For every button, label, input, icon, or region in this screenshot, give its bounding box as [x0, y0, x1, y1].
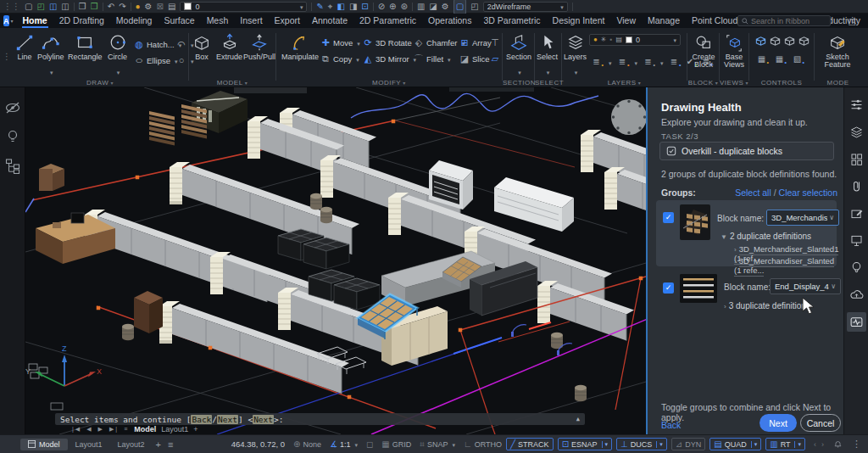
tab-insert[interactable]: Insert [234, 14, 268, 28]
next-tab-icon[interactable]: ▶ [98, 426, 104, 433]
render-mode-icon[interactable]: ⊛ [401, 0, 408, 14]
ducs-toggle[interactable]: ⊥DUCS ▾ [616, 438, 667, 450]
expand-duplicates[interactable]: ›3 duplicate definitions [724, 301, 810, 310]
tab-export[interactable]: Export [269, 14, 306, 28]
strack-toggle[interactable]: ╱STRACK [506, 438, 554, 450]
chevron-down-icon[interactable] [633, 53, 638, 69]
chevron-down-icon[interactable] [607, 53, 612, 69]
text-tool-button[interactable]: ⊤ [490, 36, 500, 49]
cloud-upload-icon[interactable] [847, 285, 866, 305]
next-button[interactable]: Next [760, 414, 797, 432]
app-logo[interactable]: A [3, 15, 9, 26]
group-label-model[interactable]: MODEL [189, 79, 275, 87]
properties-sliders-icon[interactable] [847, 95, 866, 115]
chevron-down-icon[interactable] [48, 63, 53, 78]
tour-balloon-icon[interactable] [847, 258, 866, 277]
visual-style-active-icon[interactable]: ▢ [453, 0, 466, 14]
line-button[interactable]: Line [15, 33, 34, 61]
slice-button[interactable]: ◪Slice [459, 53, 492, 65]
first-tab-icon[interactable]: |◀ [72, 426, 81, 433]
statusbar-tab-model[interactable]: Model [20, 439, 68, 450]
render-materials-icon[interactable] [847, 204, 866, 223]
ribbon-search-box[interactable] [737, 15, 831, 26]
tab-surface[interactable]: Surface [158, 14, 200, 28]
layers-panel-icon[interactable] [847, 122, 866, 142]
chevron-down-icon[interactable] [446, 54, 451, 64]
create-block-button[interactable]: Create Block [689, 33, 718, 69]
scroll-left-icon[interactable]: ‹ [814, 440, 816, 449]
control-grid-icon[interactable]: ▦• [756, 54, 767, 64]
materials-icon[interactable]: ◪ [429, 0, 437, 14]
sketch-feature-button[interactable]: Sketch Feature [821, 33, 854, 69]
notifications-bell-icon[interactable] [832, 439, 843, 450]
round-column[interactable] [611, 99, 646, 135]
tab-point-cloud[interactable]: Point Cloud [686, 14, 743, 28]
add-layout-icon[interactable]: + [156, 439, 161, 450]
select-all-link[interactable]: Select all [735, 187, 771, 198]
barrel[interactable] [575, 385, 587, 401]
control-cube-icon[interactable] [798, 35, 810, 48]
control-snap-icon[interactable]: ▦• [774, 54, 785, 64]
clear-selection-link[interactable]: Clear selection [779, 187, 837, 198]
ortho-toggle[interactable]: ∟ORTHO [464, 440, 502, 449]
save-icon[interactable]: ◫ [49, 0, 57, 14]
snap-toggle[interactable]: ⌗SNAP [420, 440, 455, 449]
orbit-icon[interactable]: ⊘ [378, 0, 385, 14]
tab-modeling[interactable]: Modeling [110, 14, 159, 28]
doc-tab-layout1[interactable]: Layout1 [161, 425, 188, 433]
chevron-down-icon[interactable]: ▾ [602, 441, 609, 448]
structure-tree-icon[interactable] [4, 157, 21, 174]
fillet-button[interactable]: ⌒Fillet [414, 53, 465, 65]
barrel[interactable] [320, 207, 332, 223]
cabinet[interactable] [39, 164, 64, 191]
group-label-views[interactable]: VIEWS [720, 79, 748, 87]
extrude-button[interactable]: Extrude [216, 33, 242, 61]
control-cube-icon[interactable] [754, 35, 767, 48]
chevron-down-icon[interactable] [545, 63, 550, 78]
group-label-select[interactable]: SELECT [535, 79, 561, 87]
undo-icon[interactable]: ↶ [108, 0, 114, 14]
hide-entities-icon[interactable] [4, 99, 21, 116]
barrel[interactable] [310, 193, 322, 210]
search-input[interactable] [751, 17, 826, 25]
statusbar-tab-layout1[interactable]: Layout1 [68, 439, 110, 450]
last-tab-icon[interactable]: ▶| [109, 426, 119, 433]
tips-bulb-icon[interactable] [4, 128, 21, 145]
pushpull-button[interactable]: Push/Pull [243, 33, 275, 61]
array-button[interactable]: ⊞Array [459, 36, 492, 49]
layer-state-combo[interactable]: ● ✳ ▪ ▤ 0 [589, 34, 681, 46]
tab-mesh[interactable]: Mesh [201, 14, 235, 28]
group-checkbox[interactable] [663, 212, 674, 223]
group-label-block[interactable]: BLOCK [687, 79, 719, 87]
block-name-dropdown[interactable]: End_Display_4x2_Bott ∨ [770, 278, 841, 294]
drawing-health-icon[interactable] [847, 312, 866, 332]
doc-tab-add[interactable]: + [193, 425, 198, 433]
chevron-down-icon[interactable] [450, 440, 455, 449]
chevron-down-icon[interactable]: ▾ [751, 441, 758, 448]
layer-combo[interactable]: 0 [180, 2, 307, 12]
chevron-down-icon[interactable] [659, 53, 664, 69]
statusbar-menu-icon[interactable]: ⋮ [852, 439, 861, 450]
visual-style-combo[interactable]: 2dWireframe [483, 2, 568, 12]
chevron-down-icon[interactable] [354, 54, 359, 64]
dyn-toggle[interactable]: ⊿DYN [671, 438, 705, 450]
layer-lock-icon[interactable]: ≣• [669, 57, 680, 66]
control-cube-icon[interactable] [769, 35, 782, 48]
tab-3d-parametric[interactable]: 3D Parametric [477, 14, 546, 28]
command-option-next[interactable]: Next [217, 415, 238, 424]
back-link[interactable]: Back [661, 420, 681, 430]
group-checkbox[interactable] [663, 282, 674, 294]
preview-icon[interactable]: ❒ [79, 0, 86, 14]
control-cube-icon[interactable] [783, 35, 796, 48]
drawing-explorer-icon[interactable]: ▥ [417, 0, 425, 14]
barrel[interactable] [122, 324, 134, 340]
match-properties-icon[interactable]: ✎ [316, 0, 323, 14]
rotate3d-button[interactable]: ⟳3D Rotate [363, 36, 419, 49]
chevron-down-icon[interactable]: ▾ [794, 441, 801, 448]
viewport-3d-scene[interactable]: Z X Y [25, 87, 646, 434]
view-scale-control[interactable]: ∡ 1:1 [330, 440, 358, 449]
chevron-down-icon[interactable] [573, 63, 578, 78]
mirror3d-button[interactable]: ◭3D Mirror [363, 53, 419, 65]
bin-crate[interactable] [334, 278, 380, 310]
doc-tab-model[interactable]: Model [134, 425, 156, 433]
